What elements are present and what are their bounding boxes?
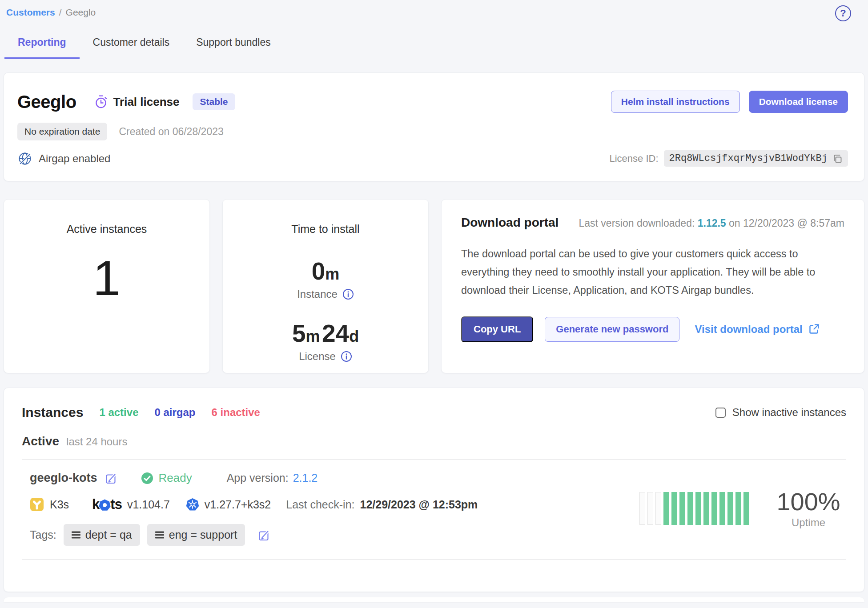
uptime-bar bbox=[679, 492, 685, 525]
uptime-bar bbox=[663, 492, 669, 525]
tab-customer-details[interactable]: Customer details bbox=[80, 36, 183, 59]
stopwatch-icon bbox=[94, 95, 108, 109]
tag-lines-icon bbox=[155, 531, 164, 539]
edit-tags-icon[interactable] bbox=[257, 529, 270, 541]
breadcrumb-customers-link[interactable]: Customers bbox=[6, 7, 55, 18]
uptime-bar bbox=[735, 492, 741, 525]
license-time-value-1: 5 bbox=[292, 320, 306, 347]
kubernetes-version-group: v1.27.7+k3s2 bbox=[186, 498, 271, 511]
license-type-label: Trial license bbox=[113, 95, 180, 109]
app-version-label: App version: bbox=[227, 472, 289, 484]
kots-version-group: k ts v1.104.7 bbox=[92, 496, 170, 512]
license-id-label: License ID: bbox=[609, 153, 658, 164]
tab-support-bundles[interactable]: Support bundles bbox=[183, 36, 284, 59]
created-date: Created on 06/28/2023 bbox=[119, 126, 223, 138]
active-instances-card: Active instances 1 bbox=[4, 199, 210, 373]
distribution: K3s bbox=[30, 497, 69, 512]
instance-time-label: Instance bbox=[297, 288, 338, 300]
license-id-value: 2Rq8WLcsjfxqrMysjvB1WodYkBj bbox=[669, 153, 828, 164]
breadcrumb: Customers / Geeglo bbox=[6, 7, 96, 18]
inactive-count: 6 inactive bbox=[212, 406, 260, 419]
topbar: Customers / Geeglo ? bbox=[0, 0, 868, 18]
divider bbox=[22, 559, 846, 560]
license-time-unit-1: m bbox=[305, 327, 320, 345]
download-license-button[interactable]: Download license bbox=[749, 91, 848, 113]
license-time-value-2: 24 bbox=[322, 320, 349, 347]
airgap-count: 0 airgap bbox=[154, 406, 195, 419]
active-count: 1 active bbox=[99, 406, 138, 419]
visit-download-portal-link[interactable]: Visit download portal bbox=[695, 323, 820, 336]
tag-lines-icon bbox=[72, 531, 80, 539]
last-version-suffix: on 12/20/2023 @ 8:57am bbox=[726, 217, 844, 229]
expiration-badge: No expiration date bbox=[17, 123, 107, 140]
kubernetes-version: v1.27.7+k3s2 bbox=[205, 498, 271, 511]
instance-time-unit: m bbox=[325, 265, 339, 283]
info-icon[interactable] bbox=[342, 288, 354, 300]
kots-version: v1.104.7 bbox=[127, 498, 170, 511]
distribution-label: K3s bbox=[50, 498, 69, 511]
time-to-install-title: Time to install bbox=[223, 223, 428, 236]
customer-name: Geeglo bbox=[17, 92, 76, 112]
last-checkin-value: 12/29/2023 @ 12:53pm bbox=[360, 498, 478, 511]
app-version-link[interactable]: 2.1.2 bbox=[293, 472, 318, 484]
active-section-label: Active bbox=[22, 434, 59, 448]
instances-card: Instances 1 active 0 airgap 6 inactive S… bbox=[4, 388, 864, 592]
kots-logo-text-right: ts bbox=[110, 496, 122, 512]
uptime-bars bbox=[639, 492, 749, 525]
check-circle-icon bbox=[141, 472, 153, 484]
last-version-link[interactable]: 1.12.5 bbox=[698, 217, 726, 229]
k3s-icon bbox=[30, 497, 44, 512]
active-instances-value: 1 bbox=[4, 253, 209, 303]
external-link-icon bbox=[808, 323, 820, 335]
license-id-pill: 2Rq8WLcsjfxqrMysjvB1WodYkBj bbox=[664, 150, 848, 167]
last-checkin: Last check-in: 12/29/2023 @ 12:53pm bbox=[286, 498, 478, 511]
download-portal-title: Download portal bbox=[461, 216, 559, 230]
uptime-bar bbox=[703, 492, 709, 525]
tag-badge: eng = support bbox=[147, 524, 245, 546]
edit-name-icon[interactable] bbox=[104, 472, 117, 484]
instance-name: geeglo-kots bbox=[30, 471, 97, 485]
copy-icon[interactable] bbox=[832, 153, 843, 164]
last-version-prefix: Last version downloaded: bbox=[579, 217, 697, 229]
globe-slash-icon bbox=[17, 151, 32, 166]
copy-url-button[interactable]: Copy URL bbox=[461, 316, 533, 342]
instance-time-value: 0 bbox=[312, 257, 326, 285]
breadcrumb-separator: / bbox=[59, 7, 62, 18]
time-to-install-license: 5m 24d License bbox=[223, 319, 428, 363]
download-portal-description: The download portal can be used to give … bbox=[461, 245, 844, 300]
airgap-label: Airgap enabled bbox=[39, 152, 110, 165]
time-to-install-card: Time to install 0m Instance 5m 24d bbox=[222, 199, 429, 373]
tab-reporting[interactable]: Reporting bbox=[4, 36, 80, 59]
uptime-label: Uptime bbox=[775, 516, 842, 529]
uptime-bar bbox=[711, 492, 717, 525]
kots-logo-text-left: k bbox=[92, 496, 99, 512]
airgap-status: Airgap enabled bbox=[17, 151, 110, 166]
download-portal-card: Download portal Last version downloaded:… bbox=[441, 199, 864, 373]
tags-label: Tags: bbox=[30, 528, 56, 541]
breadcrumb-current: Geeglo bbox=[66, 7, 96, 18]
stats-row: Active instances 1 Time to install 0m In… bbox=[4, 199, 864, 373]
uptime-bar bbox=[639, 492, 645, 525]
customer-summary-card: Geeglo Trial license Stable Helm install… bbox=[4, 72, 864, 181]
tag-badge: dept = qa bbox=[64, 524, 140, 546]
next-card-cutoff bbox=[4, 597, 864, 602]
license-type: Trial license bbox=[94, 95, 180, 109]
show-inactive-label: Show inactive instances bbox=[732, 406, 846, 419]
tag-text: eng = support bbox=[169, 528, 237, 541]
uptime-bar bbox=[743, 492, 749, 525]
show-inactive-checkbox[interactable] bbox=[715, 408, 726, 418]
license-time-label: License bbox=[299, 350, 336, 363]
generate-new-password-button[interactable]: Generate new password bbox=[545, 317, 679, 342]
kots-logo-heptagon bbox=[99, 499, 111, 511]
visit-download-portal-label: Visit download portal bbox=[695, 323, 802, 336]
show-inactive-toggle[interactable]: Show inactive instances bbox=[715, 406, 846, 419]
uptime-bar bbox=[727, 492, 733, 525]
license-time-unit-2: d bbox=[349, 327, 359, 345]
info-icon[interactable] bbox=[341, 351, 352, 362]
uptime-value: 100% bbox=[775, 488, 842, 516]
active-section-range: last 24 hours bbox=[66, 436, 127, 448]
uptime-bar bbox=[687, 492, 693, 525]
helm-install-instructions-button[interactable]: Helm install instructions bbox=[611, 91, 740, 113]
uptime-bar bbox=[695, 492, 701, 525]
help-icon[interactable]: ? bbox=[835, 5, 851, 21]
